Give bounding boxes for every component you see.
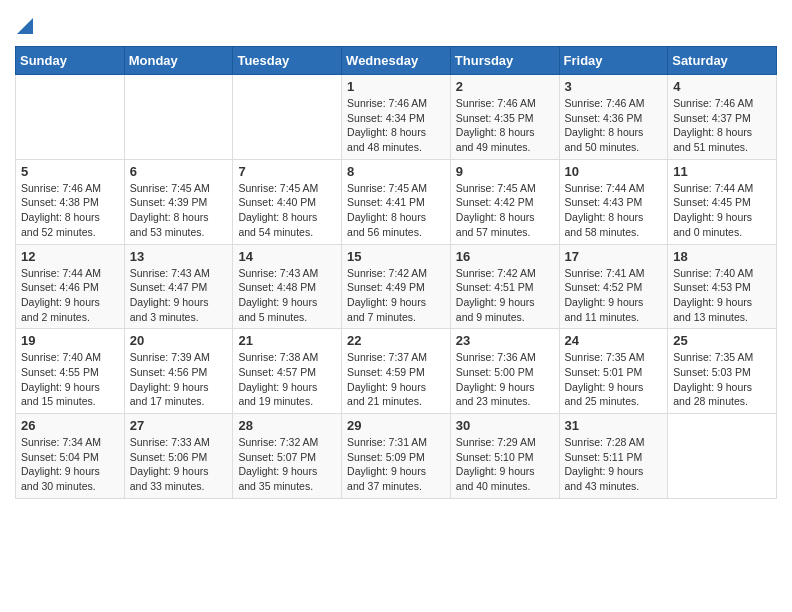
day-number: 22	[347, 333, 445, 348]
calendar-cell: 24Sunrise: 7:35 AM Sunset: 5:01 PM Dayli…	[559, 329, 668, 414]
calendar-cell: 21Sunrise: 7:38 AM Sunset: 4:57 PM Dayli…	[233, 329, 342, 414]
page-container: SundayMondayTuesdayWednesdayThursdayFrid…	[0, 0, 792, 509]
calendar-cell: 5Sunrise: 7:46 AM Sunset: 4:38 PM Daylig…	[16, 159, 125, 244]
calendar-cell: 31Sunrise: 7:28 AM Sunset: 5:11 PM Dayli…	[559, 414, 668, 499]
header-cell-friday: Friday	[559, 47, 668, 75]
week-row-5: 26Sunrise: 7:34 AM Sunset: 5:04 PM Dayli…	[16, 414, 777, 499]
header	[15, 10, 777, 38]
day-number: 17	[565, 249, 663, 264]
calendar-cell: 14Sunrise: 7:43 AM Sunset: 4:48 PM Dayli…	[233, 244, 342, 329]
day-info: Sunrise: 7:28 AM Sunset: 5:11 PM Dayligh…	[565, 435, 663, 494]
day-number: 20	[130, 333, 228, 348]
day-info: Sunrise: 7:35 AM Sunset: 5:03 PM Dayligh…	[673, 350, 771, 409]
calendar-cell: 9Sunrise: 7:45 AM Sunset: 4:42 PM Daylig…	[450, 159, 559, 244]
day-info: Sunrise: 7:32 AM Sunset: 5:07 PM Dayligh…	[238, 435, 336, 494]
calendar-cell: 29Sunrise: 7:31 AM Sunset: 5:09 PM Dayli…	[342, 414, 451, 499]
day-info: Sunrise: 7:34 AM Sunset: 5:04 PM Dayligh…	[21, 435, 119, 494]
day-info: Sunrise: 7:35 AM Sunset: 5:01 PM Dayligh…	[565, 350, 663, 409]
header-cell-monday: Monday	[124, 47, 233, 75]
day-number: 25	[673, 333, 771, 348]
day-number: 15	[347, 249, 445, 264]
day-number: 7	[238, 164, 336, 179]
day-info: Sunrise: 7:36 AM Sunset: 5:00 PM Dayligh…	[456, 350, 554, 409]
header-cell-sunday: Sunday	[16, 47, 125, 75]
day-info: Sunrise: 7:33 AM Sunset: 5:06 PM Dayligh…	[130, 435, 228, 494]
day-info: Sunrise: 7:46 AM Sunset: 4:38 PM Dayligh…	[21, 181, 119, 240]
day-number: 26	[21, 418, 119, 433]
day-number: 14	[238, 249, 336, 264]
day-number: 8	[347, 164, 445, 179]
day-number: 11	[673, 164, 771, 179]
day-info: Sunrise: 7:45 AM Sunset: 4:42 PM Dayligh…	[456, 181, 554, 240]
day-info: Sunrise: 7:29 AM Sunset: 5:10 PM Dayligh…	[456, 435, 554, 494]
header-cell-saturday: Saturday	[668, 47, 777, 75]
calendar-cell: 25Sunrise: 7:35 AM Sunset: 5:03 PM Dayli…	[668, 329, 777, 414]
calendar-cell: 10Sunrise: 7:44 AM Sunset: 4:43 PM Dayli…	[559, 159, 668, 244]
calendar-cell: 18Sunrise: 7:40 AM Sunset: 4:53 PM Dayli…	[668, 244, 777, 329]
day-number: 10	[565, 164, 663, 179]
day-number: 3	[565, 79, 663, 94]
calendar-cell: 3Sunrise: 7:46 AM Sunset: 4:36 PM Daylig…	[559, 75, 668, 160]
day-info: Sunrise: 7:39 AM Sunset: 4:56 PM Dayligh…	[130, 350, 228, 409]
day-number: 16	[456, 249, 554, 264]
calendar-cell: 26Sunrise: 7:34 AM Sunset: 5:04 PM Dayli…	[16, 414, 125, 499]
day-number: 23	[456, 333, 554, 348]
day-info: Sunrise: 7:44 AM Sunset: 4:46 PM Dayligh…	[21, 266, 119, 325]
calendar-cell	[124, 75, 233, 160]
day-number: 5	[21, 164, 119, 179]
day-info: Sunrise: 7:45 AM Sunset: 4:40 PM Dayligh…	[238, 181, 336, 240]
calendar-cell: 16Sunrise: 7:42 AM Sunset: 4:51 PM Dayli…	[450, 244, 559, 329]
day-number: 30	[456, 418, 554, 433]
day-info: Sunrise: 7:44 AM Sunset: 4:45 PM Dayligh…	[673, 181, 771, 240]
day-info: Sunrise: 7:44 AM Sunset: 4:43 PM Dayligh…	[565, 181, 663, 240]
day-info: Sunrise: 7:45 AM Sunset: 4:41 PM Dayligh…	[347, 181, 445, 240]
day-number: 12	[21, 249, 119, 264]
calendar-cell: 27Sunrise: 7:33 AM Sunset: 5:06 PM Dayli…	[124, 414, 233, 499]
week-row-2: 5Sunrise: 7:46 AM Sunset: 4:38 PM Daylig…	[16, 159, 777, 244]
day-number: 31	[565, 418, 663, 433]
calendar-cell: 1Sunrise: 7:46 AM Sunset: 4:34 PM Daylig…	[342, 75, 451, 160]
day-number: 18	[673, 249, 771, 264]
calendar-cell	[668, 414, 777, 499]
day-number: 2	[456, 79, 554, 94]
calendar-cell: 8Sunrise: 7:45 AM Sunset: 4:41 PM Daylig…	[342, 159, 451, 244]
header-cell-thursday: Thursday	[450, 47, 559, 75]
day-info: Sunrise: 7:42 AM Sunset: 4:51 PM Dayligh…	[456, 266, 554, 325]
header-cell-tuesday: Tuesday	[233, 47, 342, 75]
calendar-cell	[16, 75, 125, 160]
day-info: Sunrise: 7:46 AM Sunset: 4:35 PM Dayligh…	[456, 96, 554, 155]
calendar-cell: 28Sunrise: 7:32 AM Sunset: 5:07 PM Dayli…	[233, 414, 342, 499]
day-info: Sunrise: 7:40 AM Sunset: 4:55 PM Dayligh…	[21, 350, 119, 409]
day-info: Sunrise: 7:43 AM Sunset: 4:47 PM Dayligh…	[130, 266, 228, 325]
calendar-cell: 13Sunrise: 7:43 AM Sunset: 4:47 PM Dayli…	[124, 244, 233, 329]
day-info: Sunrise: 7:42 AM Sunset: 4:49 PM Dayligh…	[347, 266, 445, 325]
day-info: Sunrise: 7:43 AM Sunset: 4:48 PM Dayligh…	[238, 266, 336, 325]
calendar-cell: 7Sunrise: 7:45 AM Sunset: 4:40 PM Daylig…	[233, 159, 342, 244]
day-info: Sunrise: 7:46 AM Sunset: 4:34 PM Dayligh…	[347, 96, 445, 155]
day-info: Sunrise: 7:31 AM Sunset: 5:09 PM Dayligh…	[347, 435, 445, 494]
calendar-cell: 2Sunrise: 7:46 AM Sunset: 4:35 PM Daylig…	[450, 75, 559, 160]
calendar-cell: 23Sunrise: 7:36 AM Sunset: 5:00 PM Dayli…	[450, 329, 559, 414]
day-number: 1	[347, 79, 445, 94]
day-info: Sunrise: 7:38 AM Sunset: 4:57 PM Dayligh…	[238, 350, 336, 409]
day-number: 27	[130, 418, 228, 433]
calendar-cell: 15Sunrise: 7:42 AM Sunset: 4:49 PM Dayli…	[342, 244, 451, 329]
day-number: 4	[673, 79, 771, 94]
day-info: Sunrise: 7:46 AM Sunset: 4:37 PM Dayligh…	[673, 96, 771, 155]
day-info: Sunrise: 7:45 AM Sunset: 4:39 PM Dayligh…	[130, 181, 228, 240]
day-info: Sunrise: 7:41 AM Sunset: 4:52 PM Dayligh…	[565, 266, 663, 325]
day-number: 6	[130, 164, 228, 179]
header-cell-wednesday: Wednesday	[342, 47, 451, 75]
day-number: 29	[347, 418, 445, 433]
week-row-3: 12Sunrise: 7:44 AM Sunset: 4:46 PM Dayli…	[16, 244, 777, 329]
calendar-cell: 12Sunrise: 7:44 AM Sunset: 4:46 PM Dayli…	[16, 244, 125, 329]
header-row: SundayMondayTuesdayWednesdayThursdayFrid…	[16, 47, 777, 75]
calendar-cell: 30Sunrise: 7:29 AM Sunset: 5:10 PM Dayli…	[450, 414, 559, 499]
day-number: 21	[238, 333, 336, 348]
logo-icon	[17, 14, 33, 34]
week-row-4: 19Sunrise: 7:40 AM Sunset: 4:55 PM Dayli…	[16, 329, 777, 414]
calendar-cell: 20Sunrise: 7:39 AM Sunset: 4:56 PM Dayli…	[124, 329, 233, 414]
day-number: 28	[238, 418, 336, 433]
day-info: Sunrise: 7:46 AM Sunset: 4:36 PM Dayligh…	[565, 96, 663, 155]
logo	[15, 10, 33, 38]
